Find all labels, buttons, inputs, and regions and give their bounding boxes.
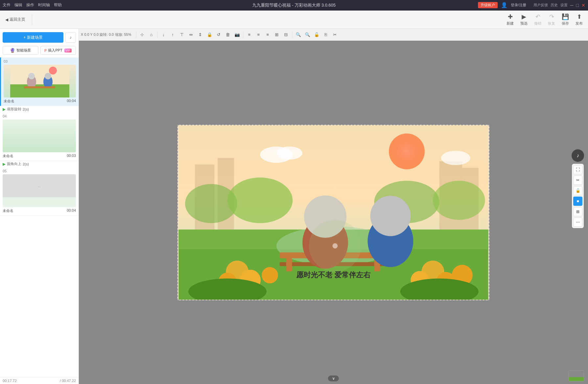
svg-point-35: [262, 267, 278, 283]
user-avatar-icon: 👤: [501, 2, 508, 8]
play-icon: ▶: [3, 162, 6, 166]
redo-icon: ↷: [549, 13, 554, 20]
save-button[interactable]: 💾 保存: [562, 13, 569, 26]
align-left-button[interactable]: ≡: [245, 31, 253, 39]
window-controls: 用户反馈 历史 设置 ─ □ ✕: [533, 3, 585, 8]
anim-duration: 2(s): [23, 107, 29, 111]
redo-button[interactable]: ↷ 恢复: [548, 13, 555, 26]
toolbar-tools: ✚ 新建 ▶ 预选 ↶ 撤销 ↷ 恢复 💾 保存 ⬆ 发布: [507, 13, 583, 26]
back-home-button[interactable]: ◀ 返回主页: [5, 17, 25, 22]
lock-overlay-button[interactable]: 🔓: [573, 186, 582, 195]
delete-button[interactable]: 🗑: [224, 31, 232, 39]
center-area: X 0.0 Y 0.0 旋转: 0.0 缩放: 55% ⊹ ⌂ ↓ ↑ ⊤ ⇔ …: [79, 29, 588, 384]
resize-overlay-button[interactable]: ⛶: [573, 165, 582, 174]
canvas-frame: 愿时光不老 爱常伴左右: [177, 125, 489, 300]
new-button[interactable]: ✚ 新建: [507, 13, 514, 26]
back-arrow-icon: ◀: [5, 17, 8, 22]
scene-item[interactable]: 03: [0, 57, 79, 106]
menu-operate[interactable]: 操作: [26, 2, 34, 8]
vip-badge: VIP: [64, 49, 72, 53]
scene-item[interactable]: 05 ... 未命名 00:04: [0, 167, 79, 216]
new-icon: ✚: [508, 13, 513, 20]
scene-duration: 00:03: [67, 154, 76, 159]
total-time-label: / 00:47.22: [60, 379, 76, 383]
scene-animation-label: ▶ 圆角向上 2(s): [0, 161, 79, 167]
align-right-button[interactable]: ≡: [264, 31, 272, 39]
zoom-in-button[interactable]: 🔍: [294, 31, 302, 39]
publish-icon: ⬆: [577, 13, 582, 20]
align-up-button[interactable]: ↑: [169, 31, 177, 39]
preview-button[interactable]: ▶ 预选: [520, 13, 528, 26]
music-note-icon: ♪: [70, 35, 72, 40]
history-link[interactable]: 历史: [551, 3, 558, 8]
left-panel: + 新建场景 ♪ 🔮 智能场景 P 插入PPT VIP 03: [0, 29, 79, 384]
time-label-bar: 00:17.72 / 00:47.22: [0, 377, 79, 384]
scene-name-row: 未命名 00:04: [3, 208, 76, 213]
user-feedback-link[interactable]: 用户反馈: [533, 3, 548, 8]
crop-overlay-button[interactable]: ✂: [573, 176, 582, 185]
zoom-out-button[interactable]: 🔍: [304, 31, 311, 39]
coord-info: X 0.0 Y 0.0 旋转: 0.0 缩放: 55%: [81, 32, 131, 37]
upgrade-button[interactable]: 升级账户: [478, 2, 498, 8]
flip-v-button[interactable]: ⇕: [196, 31, 204, 39]
scene-number: 03: [4, 59, 76, 63]
svg-point-9: [389, 133, 425, 169]
menu-file[interactable]: 文件: [3, 2, 11, 8]
ai-actions: 🔮 智能场景 P 插入PPT VIP: [0, 46, 79, 57]
align-center-button[interactable]: ≡: [255, 31, 262, 39]
distribute-h-button[interactable]: ⊞: [273, 31, 281, 39]
music-button[interactable]: ♪: [65, 32, 76, 43]
align-top-button[interactable]: ⊤: [178, 31, 186, 39]
canvas-viewport: 愿时光不老 爱常伴左右 ♪ ⛶ ✂ 🔓 ■ ⊞ ⋯ ∨: [79, 41, 588, 384]
new-scene-button[interactable]: + 新建场景: [3, 32, 63, 43]
svg-rect-26: [286, 258, 292, 271]
distribute-v-button[interactable]: ⊟: [282, 31, 290, 39]
toolbar-separator: [136, 32, 136, 38]
preview-icon: ▶: [522, 13, 526, 20]
scene-actions: + 新建场景 ♪: [0, 29, 79, 46]
main-area: + 新建场景 ♪ 🔮 智能场景 P 插入PPT VIP 03: [0, 29, 588, 384]
scene-number: 04: [3, 114, 76, 118]
flip-h-button[interactable]: ⇔: [187, 31, 195, 39]
minimize-button[interactable]: ─: [570, 3, 574, 8]
scene-item[interactable]: 04 未命名 00:03: [0, 112, 79, 161]
layer-overlay-button[interactable]: ⊞: [573, 207, 582, 216]
rotate-button[interactable]: ↺: [215, 31, 223, 39]
canvas-expand-button[interactable]: ∨: [328, 375, 339, 381]
publish-button[interactable]: ⬆ 发布: [576, 13, 583, 26]
scene-animation-label: ▶ 扇形旋转 2(s): [0, 106, 79, 112]
scene-name-row: 未命名 00:03: [3, 154, 76, 159]
scene-preview: [3, 119, 76, 152]
svg-point-6: [45, 73, 51, 79]
login-button[interactable]: 登录/注册: [511, 3, 526, 8]
lock-button[interactable]: 🔒: [206, 31, 214, 39]
menu-help[interactable]: 帮助: [54, 2, 62, 8]
save-icon: 💾: [562, 13, 569, 20]
copy-button[interactable]: ⎘: [322, 31, 330, 39]
home-tool-button[interactable]: ⌂: [147, 31, 155, 39]
toolbar-divider: [32, 14, 32, 26]
menu-timeline[interactable]: 时间轴: [38, 2, 50, 8]
ai-icon: 🔮: [10, 48, 15, 53]
menu-edit[interactable]: 编辑: [14, 2, 22, 8]
maximize-button[interactable]: □: [576, 3, 579, 8]
lock2-button[interactable]: 🔓: [313, 31, 321, 39]
align-down-button[interactable]: ↓: [160, 31, 168, 39]
close-button[interactable]: ✕: [581, 3, 585, 8]
import-ppt-button[interactable]: P 插入PPT VIP: [40, 46, 76, 55]
music-overlay-button[interactable]: ♪: [572, 149, 584, 162]
undo-button[interactable]: ↶ 撤销: [534, 13, 541, 26]
canvas-overlay-text: 愿时光不老 爱常伴左右: [296, 270, 371, 280]
screenshot-button[interactable]: 📷: [233, 31, 241, 39]
settings-link[interactable]: 设置: [560, 3, 568, 8]
more-overlay-button[interactable]: ⋯: [573, 218, 582, 227]
scene-name: 未命名: [4, 99, 14, 104]
ai-scene-button[interactable]: 🔮 智能场景: [3, 46, 38, 55]
scene-name-row: 未命名 00:04: [4, 99, 76, 104]
svg-point-15: [227, 177, 293, 223]
color-overlay-button[interactable]: ■: [573, 197, 582, 206]
app-title: 九九重阳节暖心祝福 - 万彩动画大师 3.0.605: [252, 2, 336, 8]
scene-list: 03: [0, 57, 79, 377]
select-tool-button[interactable]: ⊹: [138, 31, 146, 39]
crop-button[interactable]: ✂: [331, 31, 339, 39]
